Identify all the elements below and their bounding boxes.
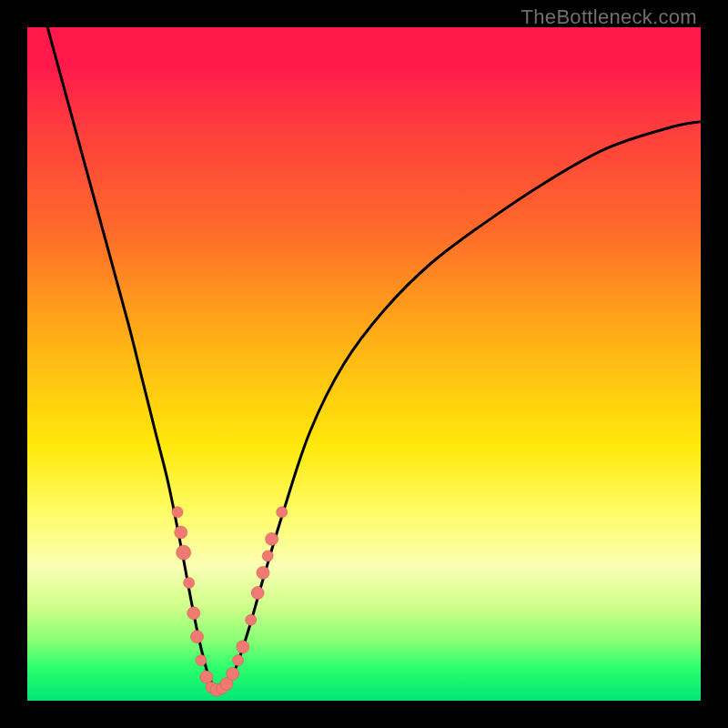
highlight-dot	[237, 641, 249, 653]
highlight-dot	[191, 631, 204, 643]
watermark-text: TheBottleneck.com	[521, 5, 697, 29]
highlight-dot	[175, 526, 187, 539]
highlight-dot	[187, 607, 200, 620]
highlight-dot	[262, 551, 273, 561]
highlight-dot	[246, 614, 257, 625]
highlight-dot	[172, 507, 183, 518]
highlight-dot	[177, 545, 191, 560]
highlight-dot	[233, 655, 244, 666]
chart-svg	[27, 27, 701, 701]
highlight-dot	[257, 566, 269, 579]
bottleneck-curve	[47, 27, 701, 687]
highlight-dot	[251, 587, 264, 600]
highlight-dots-group	[172, 507, 288, 696]
highlight-dot	[184, 578, 195, 589]
highlight-dot	[227, 667, 239, 680]
highlight-dot	[266, 532, 278, 545]
plot-area	[27, 27, 701, 701]
highlight-dot	[196, 655, 207, 666]
highlight-dot	[277, 507, 288, 518]
outer-frame: TheBottleneck.com	[0, 0, 728, 728]
